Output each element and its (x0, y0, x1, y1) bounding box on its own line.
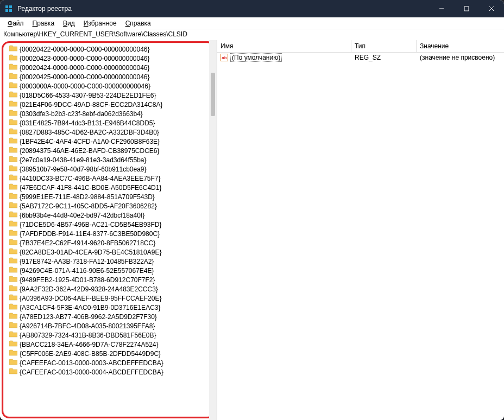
tree-item[interactable]: {A3CA1CF4-5F3E-4AC0-91B9-0D3716E1EAC3} (9, 303, 215, 312)
tree-item[interactable]: {20894375-46AE-46E2-BAFD-CB38975CDCE6} (9, 146, 215, 155)
tree-item[interactable]: {917E8742-AA3B-7318-FA12-10485FB322A2} (9, 257, 215, 266)
tree-item[interactable]: {7AFDFDDB-F914-11E4-8377-6C3BE50D980C} (9, 229, 215, 238)
close-button[interactable] (479, 0, 504, 17)
tree-item[interactable]: {1BF42E4C-4AF4-4CFD-A1A0-CF2960B8F63E} (9, 137, 215, 146)
tree-item[interactable]: {C5FF006E-2AE9-408C-B85B-2DFDD5449D9C} (9, 349, 215, 358)
tree-item[interactable]: {71DCE5D6-4B57-496B-AC21-CD5B54EB93FD} (9, 220, 215, 229)
folder-icon (9, 340, 17, 348)
tree-list: {00020422-0000-0000-C000-000000000046}{0… (2, 42, 215, 377)
values-panel: Имя Тип Значение ab (По умолчанию) REG_S… (217, 40, 504, 420)
app-icon (4, 4, 13, 13)
tree-item[interactable]: {BBACC218-34EA-4666-9D7A-C78F2274A524} (9, 340, 215, 349)
tree-item[interactable]: {021E4F06-9DCC-49AD-88CF-ECC2DA314C8A} (9, 100, 215, 109)
tree-item[interactable]: {018D5C66-4533-4307-9B53-224DE2ED1FE6} (9, 91, 215, 100)
menu-favorites[interactable]: Избранное (79, 18, 121, 28)
tree-item-label: {6bb93b4e-44d8-40e2-bd97-42dbcf18a40f} (20, 212, 144, 219)
tree-item-label: {A926714B-7BFC-4D08-A035-80021395FFA8} (20, 322, 155, 330)
folder-icon (9, 239, 17, 247)
tree-item-label: {AB807329-7324-431B-8B36-DBD581F56E0B} (20, 332, 156, 339)
tree-item-label: {82CA8DE3-01AD-4CEA-9D75-BE4C51810A9E} (20, 249, 162, 256)
tree-item[interactable]: {00020425-0000-0000-C000-000000000046} (9, 72, 215, 81)
tree-item[interactable]: {7B37E4E2-C62F-4914-9620-8FB5062718CC} (9, 238, 215, 247)
tree-item-label: {A0396A93-DC06-4AEF-BEE9-95FFCCAEF20E} (20, 295, 161, 302)
folder-icon (9, 193, 17, 201)
value-data: (значение не присвоено) (417, 53, 504, 62)
tree-item[interactable]: {5AB7172C-9C11-405C-8DD5-AF20F3606282} (9, 201, 215, 211)
tree-item[interactable]: {A926714B-7BFC-4D08-A035-80021395FFA8} (9, 321, 215, 330)
tree-item-label: {00020424-0000-0000-C000-000000000046} (20, 64, 150, 72)
folder-icon (9, 63, 17, 72)
tree-item[interactable]: {389510b7-9e58-40d7-98bf-60b911cb0ea9} (9, 164, 215, 174)
tree-item[interactable]: {47E6DCAF-41F8-441C-BD0E-A50D5FE6C4D1} (9, 183, 215, 192)
tree-item-label: {4410DC33-BC7C-496B-AA84-4AEA3EEE75F7} (20, 175, 161, 182)
tree-item-label: {1BF42E4C-4AF4-4CFD-A1A0-CF2960B8F63E} (20, 138, 160, 145)
regedit-window: Редактор реестра Файл Правка Вид Избранн… (0, 0, 504, 420)
tree-item[interactable]: {9AA2F32D-362A-42D9-9328-24A483E2CCC3} (9, 284, 215, 294)
folder-icon (9, 82, 17, 90)
folder-icon (9, 285, 17, 293)
tree-item[interactable]: {5999E1EE-711E-48D2-9884-851A709F543D} (9, 192, 215, 201)
folder-icon (9, 45, 17, 53)
tree-item[interactable]: {CAFEEFAC-0013-0000-0004-ABCDEFFEDCBA} (9, 367, 215, 377)
tree-item[interactable]: {A78ED123-AB77-406B-9962-2A5D9D2F7F30} (9, 312, 215, 321)
values-header: Имя Тип Значение (217, 40, 504, 53)
svg-rect-2 (5, 9, 8, 12)
folder-icon (9, 165, 17, 173)
tree-scrollbar-thumb[interactable] (211, 73, 215, 116)
tree-item-label: {20894375-46AE-46E2-BAFD-CB38975CDCE6} (20, 147, 160, 155)
folder-icon (9, 91, 17, 99)
folder-icon (9, 202, 17, 210)
menubar: Файл Правка Вид Избранное Справка (0, 17, 504, 29)
tree-item[interactable]: {0003000A-0000-0000-C000-000000000046} (9, 81, 215, 91)
tree-item[interactable]: {031E4825-7B94-4dc3-B131-E946B44C8DD5} (9, 118, 215, 128)
titlebar[interactable]: Редактор реестра (0, 0, 504, 17)
folder-icon (9, 322, 17, 330)
menu-file[interactable]: Файл (3, 18, 28, 28)
tree-item-label: {00020422-0000-0000-C000-000000000046} (20, 46, 150, 53)
minimize-button[interactable] (429, 0, 454, 17)
tree-item[interactable]: {00020424-0000-0000-C000-000000000046} (9, 63, 215, 72)
svg-rect-5 (464, 7, 469, 11)
address-bar[interactable]: Компьютер\HKEY_CURRENT_USER\Software\Cla… (0, 29, 504, 40)
tree-item[interactable]: {A0396A93-DC06-4AEF-BEE9-95FFCCAEF20E} (9, 294, 215, 303)
tree-item-label: {CAFEEFAC-0013-0000-0003-ABCDEFFEDCBA} (20, 359, 163, 367)
tree-item[interactable]: {2e7c0a19-0438-41e9-81e3-3ad3d64f55ba} (9, 155, 215, 164)
menu-view[interactable]: Вид (59, 18, 79, 28)
column-header-data[interactable]: Значение (417, 40, 504, 52)
svg-rect-0 (5, 5, 8, 8)
tree-item[interactable]: {AB807329-7324-431B-8B36-DBD581F56E0B} (9, 330, 215, 340)
tree-item[interactable]: {9489FEB2-1925-4D01-B788-6D912C70F7F2} (9, 275, 215, 284)
tree-item[interactable]: {94269C4E-071A-4116-90E6-52E557067E4E} (9, 266, 215, 275)
tree-item[interactable]: {6bb93b4e-44d8-40e2-bd97-42dbcf18a40f} (9, 211, 215, 220)
folder-icon (9, 183, 17, 192)
column-header-name[interactable]: Имя (217, 40, 351, 52)
tree-item-label: {BBACC218-34EA-4666-9D7A-C78F2274A524} (20, 341, 159, 348)
tree-item[interactable]: {CAFEEFAC-0013-0000-0003-ABCDEFFEDCBA} (9, 358, 215, 367)
tree-item[interactable]: {4410DC33-BC7C-496B-AA84-4AEA3EEE75F7} (9, 174, 215, 183)
folder-icon (9, 230, 17, 238)
folder-icon (9, 73, 17, 81)
tree-item[interactable]: {0303dfe3-b2b3-c23f-8ebf-da062d3663b4} (9, 109, 215, 118)
folder-icon (9, 303, 17, 311)
folder-icon (9, 174, 17, 182)
folder-icon (9, 349, 17, 358)
tree-item-label: {C5FF006E-2AE9-408C-B85B-2DFDD5449D9C} (20, 350, 161, 358)
tree-item[interactable]: {82CA8DE3-01AD-4CEA-9D75-BE4C51810A9E} (9, 247, 215, 257)
tree-item-label: {018D5C66-4533-4307-9B53-224DE2ED1FE6} (20, 92, 156, 99)
tree-item-label: {389510b7-9e58-40d7-98bf-60b911cb0ea9} (20, 166, 147, 173)
menu-edit[interactable]: Правка (28, 18, 59, 28)
column-header-type[interactable]: Тип (351, 40, 417, 52)
value-name: (По умолчанию) (230, 53, 282, 62)
folder-icon (9, 248, 17, 256)
tree-item[interactable]: {00020422-0000-0000-C000-000000000046} (9, 44, 215, 54)
tree-item-label: {031E4825-7B94-4dc3-B131-E946B44C8DD5} (20, 119, 155, 127)
value-row[interactable]: ab (По умолчанию) REG_SZ (значение не пр… (217, 53, 504, 62)
tree-scrollbar[interactable] (209, 40, 217, 420)
tree-item-label: {2e7c0a19-0438-41e9-81e3-3ad3d64f55ba} (20, 156, 147, 164)
maximize-button[interactable] (454, 0, 479, 17)
window-controls (429, 0, 504, 17)
folder-icon (9, 368, 17, 376)
tree-item[interactable]: {0827D883-485C-4D62-BA2C-A332DBF3D4B0} (9, 128, 215, 137)
tree-item[interactable]: {00020423-0000-0000-C000-000000000046} (9, 54, 215, 63)
menu-help[interactable]: Справка (121, 18, 155, 28)
